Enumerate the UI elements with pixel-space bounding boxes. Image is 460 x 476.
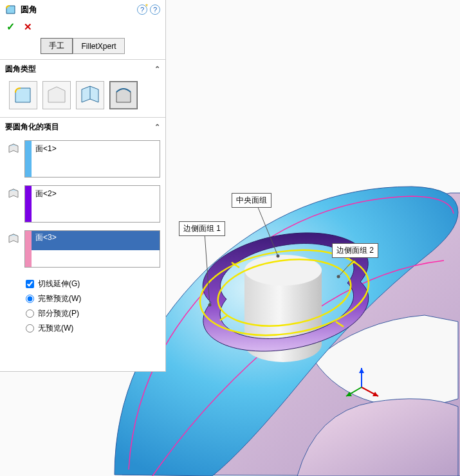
ok-button[interactable]: ✓: [6, 21, 15, 33]
callout-side1[interactable]: 边侧面组 1: [179, 221, 225, 236]
opt-no-preview[interactable]: 无预览(W): [26, 321, 159, 336]
panel-header: 圆角 ? ?: [0, 0, 165, 18]
mode-tabs: 手工 FilletXpert: [0, 37, 165, 59]
opt-partial-preview[interactable]: 部分预览(P): [26, 306, 159, 321]
opt-tangent[interactable]: 切线延伸(G): [26, 277, 159, 291]
svg-point-10: [208, 304, 212, 307]
fillet-type-full-round[interactable]: [109, 81, 138, 109]
fillet-type-variable[interactable]: [42, 81, 71, 109]
tab-filletxpert[interactable]: FilletXpert: [73, 38, 124, 54]
fillet-type-constant[interactable]: [9, 81, 37, 109]
section-header-items[interactable]: 要圆角化的项目 ⌃: [0, 118, 165, 136]
callout-side2[interactable]: 边侧面组 2: [332, 243, 378, 258]
full-preview-radio[interactable]: [26, 295, 34, 303]
face-set-2-box[interactable]: 面<2>: [24, 185, 160, 223]
opt-full-preview[interactable]: 完整预览(W): [26, 291, 159, 306]
confirm-row: ✓ ✕: [0, 18, 165, 37]
tangent-checkbox[interactable]: [26, 280, 34, 288]
help-tips-icon[interactable]: ?: [137, 5, 147, 15]
section-items: 要圆角化的项目 ⌃ 面<1> 面<2>: [0, 117, 165, 341]
chevron-up-icon: ⌃: [154, 123, 160, 131]
panel-title: 圆角: [21, 4, 133, 15]
svg-point-14: [337, 275, 340, 279]
section-fillet-type: 圆角类型 ⌃: [0, 59, 165, 117]
face-set-2-value: 面<2>: [32, 186, 160, 222]
tab-manual[interactable]: 手工: [41, 38, 73, 54]
preview-options: 切线延伸(G) 完整预览(W) 部分预览(P) 无预览(W): [0, 271, 165, 341]
no-preview-radio[interactable]: [26, 324, 34, 333]
fillet-feature-icon: [5, 4, 17, 15]
face-set-1-value: 面<1>: [32, 141, 160, 177]
face-set-3-value: 面<3>: [32, 231, 160, 250]
face-set-icon: [6, 142, 21, 156]
partial-preview-radio[interactable]: [26, 309, 34, 318]
callout-center[interactable]: 中央面组: [232, 193, 271, 208]
face-set-3-box[interactable]: 面<3>: [24, 230, 160, 268]
face-set-icon: [6, 187, 21, 201]
fillet-type-face[interactable]: [76, 81, 104, 109]
help-icon[interactable]: ?: [150, 5, 160, 15]
svg-point-12: [277, 255, 280, 258]
section-title-items: 要圆角化的项目: [5, 122, 59, 133]
section-title-type: 圆角类型: [5, 64, 36, 75]
face-set-icon: [6, 232, 21, 246]
section-header-type[interactable]: 圆角类型 ⌃: [0, 60, 165, 78]
fillet-property-panel: 圆角 ? ? ✓ ✕ 手工 FilletXpert 圆角类型 ⌃: [0, 0, 166, 372]
cancel-button[interactable]: ✕: [24, 21, 32, 33]
face-set-1-box[interactable]: 面<1>: [24, 140, 160, 178]
chevron-up-icon: ⌃: [154, 65, 160, 73]
